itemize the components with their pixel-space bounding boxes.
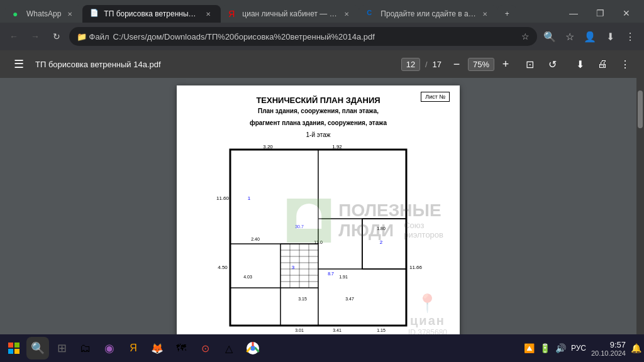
whatsapp-icon: ● [13, 9, 23, 19]
svg-text:1.15: 1.15 [377, 328, 386, 332]
taskbar-purple-icon[interactable]: ◉ [98, 337, 121, 359]
language-indicator: РУС [571, 344, 586, 353]
pdf-scroll-area[interactable]: Лист № ТЕХНИЧЕСКИЙ ПЛАН ЗДАНИЯ План здан… [0, 78, 636, 334]
pdf-floor-label: 1-й этаж [187, 131, 450, 138]
taskbar-orange-icon[interactable]: 🦊 [146, 337, 169, 359]
svg-rect-40 [8, 343, 13, 348]
svg-text:11.60: 11.60 [216, 195, 230, 201]
pdf-doc-subtitle-line1: План здания, сооружения, план этажа, [187, 107, 450, 114]
svg-text:2.40: 2.40 [251, 237, 260, 241]
minimize-button[interactable]: — [561, 4, 586, 23]
svg-text:8.7: 8.7 [328, 272, 334, 276]
close-button[interactable]: ✕ [614, 4, 639, 23]
floor-plan-svg: 3.20 1.92 11.60 4.50 11.66 2.40 1.80 3.0… [192, 143, 444, 334]
browser-window: ● WhatsApp ✕ 📄 ТП борисовка ветренный 14… [0, 0, 644, 362]
svg-text:1.92: 1.92 [332, 144, 342, 150]
pdf-right-icons: ⊡ ↺ ⬇ 🖨 ⋮ [521, 55, 634, 73]
back-button[interactable]: ← [5, 28, 23, 45]
pdf-total-pages: 17 [433, 60, 441, 69]
tab-yandex[interactable]: Я циан личный кабинет — Янд... ✕ [221, 5, 359, 23]
notification-icon[interactable]: 🔔 [631, 343, 641, 353]
taskbar-red-icon[interactable]: ⊙ [194, 337, 216, 359]
pdf-doc-subtitle-line2: фрагмент плана здания, сооружения, этажа [187, 119, 450, 126]
zoom-out-button[interactable]: − [449, 57, 464, 72]
svg-text:3.41: 3.41 [333, 328, 341, 332]
pdf-fit-button[interactable]: ⊡ [521, 55, 538, 73]
pdf-more-button[interactable]: ⋮ [616, 55, 634, 73]
taskbar-yandex-browser-icon[interactable]: Я [122, 337, 145, 359]
pdf-page-separator: / [425, 60, 428, 69]
pdf-page-input[interactable] [401, 58, 420, 71]
pdf-toolbar: ☰ ТП борисовка ветренный 14а.pdf / 17 − … [0, 50, 644, 78]
svg-point-46 [251, 346, 255, 350]
battery-icon: 🔋 [540, 343, 550, 353]
window-controls: — ❐ ✕ [561, 4, 639, 23]
tab-yandex-close[interactable]: ✕ [341, 9, 352, 19]
address-icons: ☆ [521, 31, 530, 41]
tab-cian-title: Продайте или сдайте в аренд... [380, 9, 476, 18]
tab-bar: ● WhatsApp ✕ 📄 ТП борисовка ветренный 14… [0, 0, 644, 23]
pdf-scrollbar-thumb[interactable] [638, 90, 643, 128]
svg-text:3.47: 3.47 [345, 297, 354, 301]
address-text: C:/Users/дом/Downloads/ТП%20борисовка%20… [113, 32, 518, 41]
pdf-rotate-button[interactable]: ↺ [543, 55, 561, 73]
reload-button[interactable]: ↻ [48, 28, 65, 45]
taskbar-search-icon[interactable]: 🔍 [26, 337, 49, 359]
zoom-in-button[interactable]: + [498, 57, 513, 72]
new-tab-icon: + [505, 9, 509, 18]
pdf-content-area: Лист № ТЕХНИЧЕСКИЙ ПЛАН ЗДАНИЯ План здан… [0, 78, 644, 334]
speaker-icon[interactable]: 🔊 [555, 343, 566, 353]
pdf-sheet-label: Лист № [421, 92, 450, 102]
bookmark-icon[interactable]: ☆ [561, 28, 579, 45]
svg-text:4.50: 4.50 [218, 265, 228, 270]
tab-pdf[interactable]: 📄 ТП борисовка ветренный 14а... ✕ [82, 5, 221, 23]
taskbar-chrome-icon[interactable] [242, 337, 264, 359]
more-icon[interactable]: ⋮ [621, 28, 639, 45]
taskbar-gdrive-icon[interactable]: △ [218, 337, 240, 359]
pdf-print-button[interactable]: 🖨 [594, 55, 611, 73]
pdf-page: Лист № ТЕХНИЧЕСКИЙ ПЛАН ЗДАНИЯ План здан… [177, 85, 460, 334]
svg-rect-42 [8, 349, 13, 354]
svg-text:3: 3 [292, 265, 295, 270]
pdf-save-button[interactable]: ⬇ [571, 55, 589, 73]
maximize-button[interactable]: ❐ [587, 4, 613, 23]
pdf-scrollbar[interactable] [636, 78, 644, 334]
floor-plan-container: 3.20 1.92 11.60 4.50 11.66 2.40 1.80 3.0… [187, 143, 450, 334]
svg-text:3.15: 3.15 [298, 297, 307, 301]
start-button[interactable] [3, 337, 25, 359]
tab-cian[interactable]: C Продайте или сдайте в аренд... ✕ [359, 5, 497, 23]
address-bar-row: ← → ↻ 📁 Файл C:/Users/дом/Downloads/ТП%2… [0, 23, 644, 50]
star-icon[interactable]: ☆ [521, 31, 530, 41]
svg-text:3.20: 3.20 [263, 144, 273, 150]
tab-whatsapp[interactable]: ● WhatsApp ✕ [5, 5, 82, 23]
svg-rect-41 [14, 343, 19, 348]
pdf-doc-title: ТЕХНИЧЕСКИЙ ПЛАН ЗДАНИЯ [187, 96, 450, 105]
pdf-menu-button[interactable]: ☰ [10, 55, 28, 73]
download-icon[interactable]: ⬇ [601, 28, 619, 45]
profile-icon[interactable]: 👤 [581, 28, 599, 45]
address-bar[interactable]: 📁 Файл C:/Users/дом/Downloads/ТП%20борис… [69, 27, 537, 46]
svg-text:1: 1 [248, 195, 251, 201]
pdf-zoom-input[interactable] [468, 58, 494, 71]
tab-pdf-close[interactable]: ✕ [203, 9, 213, 19]
tab-pdf-title: ТП борисовка ветренный 14а... [104, 9, 199, 18]
pdf-title: ТП борисовка ветренный 14а.pdf [35, 60, 394, 69]
tab-yandex-title: циан личный кабинет — Янд... [242, 9, 338, 18]
forward-button[interactable]: → [26, 28, 44, 45]
taskbar-task-view-icon[interactable]: ⊞ [50, 337, 73, 359]
network-icon[interactable]: 🔼 [524, 343, 535, 353]
taskbar-explorer-icon[interactable]: 🗂 [74, 337, 97, 359]
tab-cian-close[interactable]: ✕ [480, 9, 490, 19]
search-icon[interactable]: 🔍 [541, 28, 558, 45]
taskbar-maps-icon[interactable]: 🗺 [170, 337, 192, 359]
toolbar-icons: 🔍 ☆ 👤 ⬇ ⋮ [541, 28, 639, 45]
taskbar-clock[interactable]: 9:57 20.10.2024 [591, 340, 626, 357]
svg-text:1.80: 1.80 [377, 226, 386, 231]
taskbar-right: 🔼 🔋 🔊 РУС 9:57 20.10.2024 🔔 [524, 340, 641, 357]
pdf-page-controls: / 17 [401, 58, 441, 71]
new-tab-button[interactable]: + [497, 5, 516, 23]
svg-text:11.0: 11.0 [314, 240, 323, 244]
tab-whatsapp-close[interactable]: ✕ [65, 9, 75, 19]
taskbar: 🔍 ⊞ 🗂 ◉ Я 🦊 🗺 ⊙ △ [0, 334, 644, 362]
svg-text:1.91: 1.91 [339, 275, 348, 279]
